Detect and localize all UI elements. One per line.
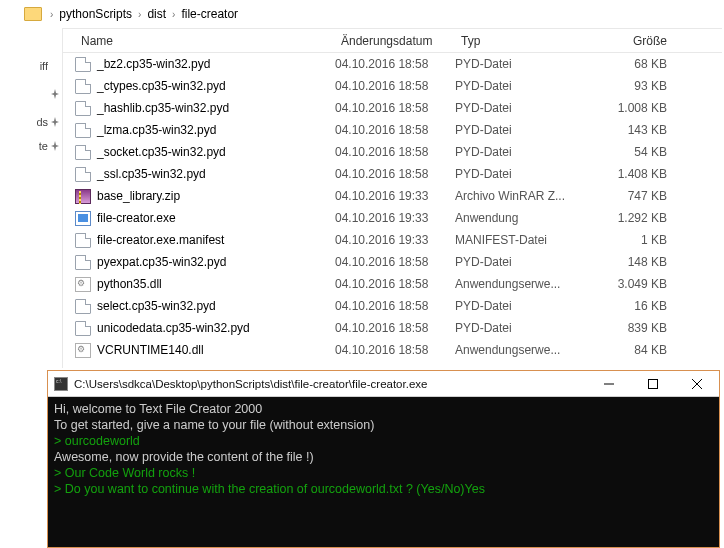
console-titlebar[interactable]: C:\Users\sdkca\Desktop\pythonScripts\dis… [48, 371, 719, 397]
file-date: 04.10.2016 18:58 [335, 255, 455, 269]
console-line: Awesome, now provide the content of the … [54, 449, 713, 465]
maximize-button[interactable] [631, 371, 675, 396]
pin-icon [50, 140, 60, 150]
file-type: Anwendung [455, 211, 585, 225]
file-size: 1 KB [585, 233, 681, 247]
file-list: Name Änderungsdatum Typ Größe _bz2.cp35-… [62, 28, 722, 368]
table-row[interactable]: _hashlib.cp35-win32.pyd04.10.2016 18:58P… [63, 97, 722, 119]
console-title: C:\Users\sdkca\Desktop\pythonScripts\dis… [74, 378, 587, 390]
file-date: 04.10.2016 18:58 [335, 167, 455, 181]
console-line: Hi, welcome to Text File Creator 2000 [54, 401, 713, 417]
file-type: PYD-Datei [455, 167, 585, 181]
file-date: 04.10.2016 18:58 [335, 123, 455, 137]
file-type: MANIFEST-Datei [455, 233, 585, 247]
table-row[interactable]: file-creator.exe.manifest04.10.2016 19:3… [63, 229, 722, 251]
console-line: > Do you want to continue with the creat… [54, 481, 713, 497]
file-date: 04.10.2016 18:58 [335, 57, 455, 71]
file-size: 747 KB [585, 189, 681, 203]
cmd-icon [54, 377, 68, 391]
file-size: 54 KB [585, 145, 681, 159]
minimize-button[interactable] [587, 371, 631, 396]
pin-icon [50, 116, 60, 126]
file-date: 04.10.2016 18:58 [335, 277, 455, 291]
file-date: 04.10.2016 18:58 [335, 321, 455, 335]
file-size: 143 KB [585, 123, 681, 137]
file-size: 68 KB [585, 57, 681, 71]
file-type: Anwendungserwe... [455, 277, 585, 291]
col-header-date[interactable]: Änderungsdatum [335, 34, 455, 48]
table-row[interactable]: _ctypes.cp35-win32.pyd04.10.2016 18:58PY… [63, 75, 722, 97]
file-type: PYD-Datei [455, 299, 585, 313]
file-icon [75, 101, 91, 116]
file-name: pyexpat.cp35-win32.pyd [97, 255, 226, 269]
file-icon [75, 255, 91, 270]
file-icon [75, 123, 91, 138]
file-icon [75, 167, 91, 182]
file-date: 04.10.2016 18:58 [335, 145, 455, 159]
sidebar-item[interactable]: ds [36, 116, 48, 128]
file-type: PYD-Datei [455, 79, 585, 93]
console-line: To get started, give a name to your file… [54, 417, 713, 433]
table-row[interactable]: file-creator.exe04.10.2016 19:33Anwendun… [63, 207, 722, 229]
console-line: > Our Code World rocks ! [54, 465, 713, 481]
col-header-size[interactable]: Größe [585, 34, 681, 48]
file-name: unicodedata.cp35-win32.pyd [97, 321, 250, 335]
table-row[interactable]: _bz2.cp35-win32.pyd04.10.2016 18:58PYD-D… [63, 53, 722, 75]
table-row[interactable]: pyexpat.cp35-win32.pyd04.10.2016 18:58PY… [63, 251, 722, 273]
file-icon [75, 79, 91, 94]
sidebar-item[interactable]: iff [40, 60, 48, 72]
file-date: 04.10.2016 19:33 [335, 189, 455, 203]
file-date: 04.10.2016 18:58 [335, 79, 455, 93]
file-icon [75, 321, 91, 336]
file-type: PYD-Datei [455, 255, 585, 269]
breadcrumb-seg[interactable]: file-creator [181, 7, 238, 21]
file-name: file-creator.exe [97, 211, 176, 225]
file-type: Anwendungserwe... [455, 343, 585, 357]
file-type: PYD-Datei [455, 57, 585, 71]
chevron-right-icon: › [136, 9, 143, 20]
folder-icon [24, 7, 42, 21]
file-name: _ctypes.cp35-win32.pyd [97, 79, 226, 93]
breadcrumb-seg[interactable]: dist [147, 7, 166, 21]
file-size: 1.408 KB [585, 167, 681, 181]
file-name: _bz2.cp35-win32.pyd [97, 57, 210, 71]
chevron-right-icon: › [48, 9, 55, 20]
file-size: 93 KB [585, 79, 681, 93]
file-name: _socket.cp35-win32.pyd [97, 145, 226, 159]
file-type: PYD-Datei [455, 123, 585, 137]
breadcrumb-seg[interactable]: pythonScripts [59, 7, 132, 21]
console-window: C:\Users\sdkca\Desktop\pythonScripts\dis… [47, 370, 720, 548]
file-date: 04.10.2016 18:58 [335, 299, 455, 313]
close-button[interactable] [675, 371, 719, 396]
file-size: 839 KB [585, 321, 681, 335]
table-row[interactable]: _lzma.cp35-win32.pyd04.10.2016 18:58PYD-… [63, 119, 722, 141]
sidebar: iff ds te [0, 46, 56, 176]
file-type: PYD-Datei [455, 321, 585, 335]
table-row[interactable]: unicodedata.cp35-win32.pyd04.10.2016 18:… [63, 317, 722, 339]
file-name: _hashlib.cp35-win32.pyd [97, 101, 229, 115]
file-icon [75, 343, 91, 358]
file-icon [75, 299, 91, 314]
file-icon [75, 57, 91, 72]
table-row[interactable]: base_library.zip04.10.2016 19:33Archivo … [63, 185, 722, 207]
sidebar-item[interactable]: te [39, 140, 48, 152]
file-icon [75, 211, 91, 226]
table-row[interactable]: VCRUNTIME140.dll04.10.2016 18:58Anwendun… [63, 339, 722, 361]
file-icon [75, 189, 91, 204]
svg-rect-1 [649, 379, 658, 388]
column-headers: Name Änderungsdatum Typ Größe [63, 29, 722, 53]
breadcrumb[interactable]: › pythonScripts › dist › file-creator [24, 4, 238, 24]
file-date: 04.10.2016 19:33 [335, 211, 455, 225]
file-date: 04.10.2016 18:58 [335, 343, 455, 357]
file-name: _ssl.cp35-win32.pyd [97, 167, 206, 181]
table-row[interactable]: _socket.cp35-win32.pyd04.10.2016 18:58PY… [63, 141, 722, 163]
file-type: PYD-Datei [455, 101, 585, 115]
table-row[interactable]: python35.dll04.10.2016 18:58Anwendungser… [63, 273, 722, 295]
console-output[interactable]: Hi, welcome to Text File Creator 2000To … [48, 397, 719, 548]
table-row[interactable]: select.cp35-win32.pyd04.10.2016 18:58PYD… [63, 295, 722, 317]
file-size: 1.292 KB [585, 211, 681, 225]
table-row[interactable]: _ssl.cp35-win32.pyd04.10.2016 18:58PYD-D… [63, 163, 722, 185]
col-header-name[interactable]: Name [63, 34, 335, 48]
col-header-type[interactable]: Typ [455, 34, 585, 48]
console-line: > ourcodeworld [54, 433, 713, 449]
